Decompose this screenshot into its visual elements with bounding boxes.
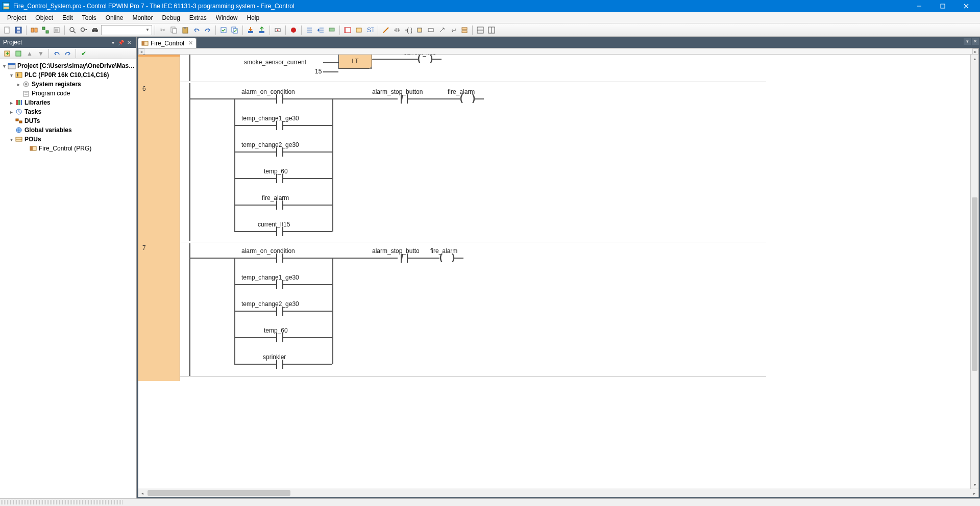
tb-upload-icon[interactable]	[257, 25, 267, 35]
tb-debug-icon[interactable]	[288, 25, 299, 35]
tb-edit1-icon[interactable]	[381, 25, 391, 35]
net6-coil[interactable]: ()	[460, 94, 475, 104]
menu-debug[interactable]: Debug	[158, 13, 184, 22]
tb-compileall-icon[interactable]	[230, 25, 240, 35]
tree-duts[interactable]: DUTs	[1, 116, 135, 125]
minimize-button[interactable]	[908, 0, 931, 12]
tree-progcode[interactable]: Program code	[1, 89, 135, 98]
project-panel-header[interactable]: Project ▾ 📌 ✕	[0, 37, 136, 48]
hscroll-right-icon[interactable]: ▸	[970, 489, 978, 497]
tb-block-icon[interactable]	[414, 25, 425, 35]
tb-online-icon[interactable]	[273, 25, 283, 35]
ruler-right-icon[interactable]: ▸	[972, 48, 978, 55]
ladder-networks[interactable]: current_lt15 () smoke_sensor_current LT …	[180, 55, 766, 381]
pt-check-icon[interactable]: ✔	[79, 48, 89, 59]
tree-sysreg[interactable]: ▸System registers	[1, 80, 135, 89]
tree-plc[interactable]: ▾PLC (FP0R 16k C10,C14,C16)	[1, 70, 135, 80]
tb-find-icon[interactable]	[67, 25, 78, 35]
tb-st-icon[interactable]: ST	[365, 25, 375, 35]
tb-save-icon[interactable]	[13, 25, 23, 35]
hscroll-thumb[interactable]	[148, 490, 290, 496]
tree-tasks[interactable]: ▸Tasks	[1, 107, 135, 116]
tb-network-icon[interactable]	[459, 25, 470, 35]
tb-hsplit-icon[interactable]	[475, 25, 485, 35]
menu-help[interactable]: Help	[243, 13, 264, 22]
pt-new-pou-icon[interactable]: +	[2, 48, 12, 59]
panel-menu-icon[interactable]: ▾	[109, 38, 117, 46]
tb-findnext-icon[interactable]	[79, 25, 89, 35]
vscroll-down-icon[interactable]: ▾	[971, 480, 979, 489]
menu-monitor[interactable]: Monitor	[128, 13, 157, 22]
pt-up-icon[interactable]: ▲	[24, 48, 35, 59]
net5-lt-block[interactable]: LT	[338, 55, 372, 69]
tb-redo-icon[interactable]	[203, 25, 213, 35]
tabstrip-menu-icon[interactable]: ▾	[964, 38, 971, 45]
menu-object[interactable]: Object	[31, 13, 57, 22]
menu-tools[interactable]: Tools	[78, 13, 101, 22]
tb-new-icon[interactable]	[2, 25, 12, 35]
tb-download-icon[interactable]	[246, 25, 256, 35]
tree-pous[interactable]: ▾POUs	[1, 135, 135, 144]
project-tree[interactable]: ▾Project [C:\Users\simay\OneDrive\Mas… ▾…	[0, 59, 136, 498]
vscroll-thumb[interactable]	[972, 197, 977, 371]
editor-hscroll[interactable]: ◂ ▸	[138, 489, 978, 497]
tree-fire-control[interactable]: Fire_Control (PRG)	[1, 144, 135, 153]
pt-undo-icon[interactable]	[52, 48, 62, 59]
tb-obj3-icon[interactable]	[52, 25, 62, 35]
svg-rect-16	[55, 29, 58, 32]
ruler-left-icon[interactable]: ◂	[138, 48, 144, 55]
tab-close-icon[interactable]: ✕	[188, 40, 193, 46]
hscroll-left-icon[interactable]: ◂	[138, 489, 146, 497]
tb-undo-icon[interactable]	[191, 25, 202, 35]
tree-libraries[interactable]: ▸Libraries	[1, 98, 135, 107]
tb-outdent-icon[interactable]	[304, 25, 314, 35]
menu-extras[interactable]: Extras	[185, 13, 211, 22]
net6-contact1-label: alarm_on_condition	[241, 88, 295, 95]
maximize-button[interactable]	[931, 0, 954, 12]
tree-root[interactable]: ▾Project [C:\Users\simay\OneDrive\Mas…	[1, 61, 135, 70]
tb-binoculars-icon[interactable]	[90, 25, 100, 35]
tb-vsplit-icon[interactable]	[486, 25, 497, 35]
sysreg-icon	[21, 81, 31, 88]
h-ruler[interactable]: ◂ ▸	[138, 48, 978, 55]
menu-window[interactable]: Window	[212, 13, 242, 22]
tree-globals[interactable]: Global variables	[1, 125, 135, 135]
tb-find-combo[interactable]: ▼	[101, 25, 152, 35]
toolbar: ▼ ✂ ST ( )	[0, 23, 980, 37]
panel-close-icon[interactable]: ✕	[125, 38, 133, 46]
tb-fbd-icon[interactable]	[354, 25, 364, 35]
tb-contact-icon[interactable]	[392, 25, 402, 35]
tb-jump-icon[interactable]	[437, 25, 447, 35]
tb-cut-icon[interactable]: ✂	[158, 25, 168, 35]
tb-paste-icon[interactable]	[180, 25, 190, 35]
editor-vscroll[interactable]: ▴ ▾	[970, 55, 978, 489]
menu-project[interactable]: Project	[3, 13, 30, 22]
net6-contact2-label: temp_change1_ge30	[241, 115, 299, 122]
svg-line-18	[74, 31, 76, 33]
tb-comment-icon[interactable]	[327, 25, 337, 35]
tb-return-icon[interactable]	[448, 25, 458, 35]
tb-compile-icon[interactable]	[218, 25, 229, 35]
tb-ld-icon[interactable]	[342, 25, 353, 35]
network-gutter[interactable]: 5 6 7	[138, 55, 180, 381]
net7-coil[interactable]: ()	[439, 254, 455, 263]
pt-down-icon[interactable]: ▼	[36, 48, 46, 59]
tab-fire-control[interactable]: Fire_Control ✕	[138, 38, 197, 48]
tb-indent-icon[interactable]	[315, 25, 326, 35]
tb-coil-icon[interactable]: ( )	[403, 25, 413, 35]
net7-nc-label: alarm_stop_butto	[372, 247, 420, 255]
tb-obj2-icon[interactable]	[40, 25, 51, 35]
menu-edit[interactable]: Edit	[58, 13, 77, 22]
tb-obj1-icon[interactable]	[29, 25, 39, 35]
menu-online[interactable]: Online	[102, 13, 128, 22]
close-button[interactable]	[954, 0, 978, 12]
vscroll-up-icon[interactable]: ▴	[971, 55, 979, 63]
tabstrip-close-icon[interactable]: ✕	[972, 38, 979, 45]
net5-coil[interactable]: ()	[418, 55, 433, 64]
pt-redo-icon[interactable]	[63, 48, 73, 59]
tb-var-icon[interactable]	[426, 25, 436, 35]
panel-pin-icon[interactable]: 📌	[117, 38, 125, 46]
svg-rect-68	[21, 100, 22, 105]
pt-new-dut-icon[interactable]	[13, 48, 23, 59]
tb-copy-icon[interactable]	[169, 25, 179, 35]
